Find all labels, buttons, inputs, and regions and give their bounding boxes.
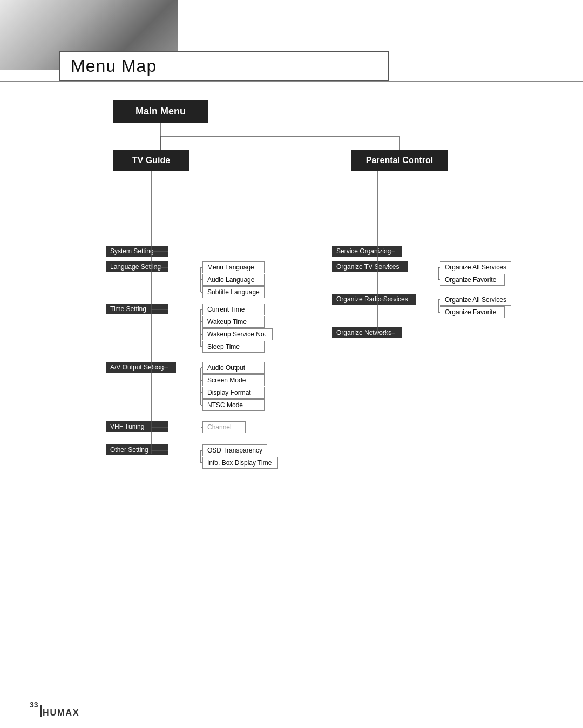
parental-control-box: Parental Control — [351, 150, 448, 171]
service-organizing-label: Service Organizing — [332, 246, 402, 257]
other-setting-label: Other Setting — [106, 444, 168, 455]
header-divider — [0, 81, 583, 82]
tv-guide-label: TV Guide — [132, 156, 170, 165]
organize-all-services-tv-label: Organize All Services — [440, 261, 511, 273]
page-number: 33 — [30, 700, 38, 709]
wakeup-service-no-label: Wakeup Service No. — [202, 328, 273, 340]
organize-all-services-radio-label: Organize All Services — [440, 294, 511, 306]
sleep-time-label: Sleep Time — [202, 341, 265, 353]
main-menu-label: Main Menu — [135, 106, 186, 117]
menu-language-label: Menu Language — [202, 261, 265, 273]
wakeup-time-label: Wakeup Time — [202, 316, 265, 328]
organize-networks-label: Organize Networks — [332, 327, 402, 338]
screen-mode-label: Screen Mode — [202, 374, 265, 386]
language-setting-label: Language Setting — [106, 261, 168, 272]
header-bar: Menu Map — [59, 51, 389, 81]
page-title: Menu Map — [71, 56, 157, 76]
organize-favorite-tv-label: Organize Favorite — [440, 274, 505, 286]
system-setting-label: System Setting — [106, 246, 168, 257]
osd-transparency-label: OSD Transparency — [202, 444, 267, 456]
info-box-display-time-label: Info. Box Display Time — [202, 457, 278, 469]
av-output-setting-label: A/V Output Setting — [106, 362, 176, 373]
current-time-label: Current Time — [202, 304, 265, 315]
audio-output-label: Audio Output — [202, 362, 265, 374]
channel-label: Channel — [202, 421, 246, 433]
audio-language-label: Audio Language — [202, 274, 265, 286]
vhf-tuning-label: VHF Tuning — [106, 421, 168, 432]
display-format-label: Display Format — [202, 387, 265, 399]
tv-guide-box: TV Guide — [113, 150, 189, 171]
subtitle-language-label: Subtitle Language — [202, 286, 265, 298]
connector-lines — [0, 0, 583, 728]
humax-bar-left — [40, 705, 42, 717]
ntsc-mode-label: NTSC Mode — [202, 399, 265, 411]
parental-control-label: Parental Control — [366, 156, 433, 165]
organize-favorite-radio-label: Organize Favorite — [440, 306, 505, 318]
organize-tv-services-label: Organize TV Services — [332, 261, 408, 272]
time-setting-label: Time Setting — [106, 304, 168, 314]
organize-radio-services-label: Organize Radio Services — [332, 294, 416, 305]
main-menu-box: Main Menu — [113, 100, 208, 123]
humax-logo: HUMAX — [40, 705, 80, 717]
humax-text: HUMAX — [43, 709, 80, 717]
